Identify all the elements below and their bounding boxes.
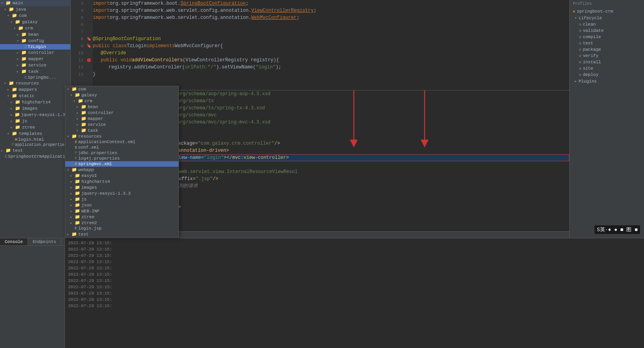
tree-item-tzlogin[interactable]: C TzLogin bbox=[0, 44, 70, 50]
tree-label: mappers bbox=[19, 87, 37, 92]
tree-item-crm[interactable]: ▾ 📁 crm bbox=[0, 25, 70, 31]
ov-log4jprops[interactable]: P log4j.properties bbox=[65, 156, 178, 161]
test-item[interactable]: ⚙ test bbox=[570, 40, 644, 46]
line-num-3: 3 bbox=[71, 0, 85, 7]
folder-icon: 📁 bbox=[21, 69, 28, 74]
tree-item-highcharts4[interactable]: ▸ 📁 highcharts4 bbox=[0, 99, 70, 105]
ov-task[interactable]: ▸ 📁 task bbox=[65, 127, 178, 133]
line-num-8: 8 bbox=[71, 35, 85, 42]
tree-item-app-properties[interactable]: P application.properties bbox=[0, 142, 70, 147]
tree-item-java[interactable]: ▾ 📁 java bbox=[0, 6, 70, 13]
tree-item-resources[interactable]: ▾ 📁 resources bbox=[0, 80, 70, 87]
folder-icon: 📁 bbox=[75, 197, 80, 202]
folder-icon: 📁 bbox=[21, 38, 28, 44]
ov-bean[interactable]: ▸ 📁 bean bbox=[65, 104, 178, 110]
tree-label: js bbox=[22, 119, 27, 123]
plugins-item[interactable]: ▸ Plugins bbox=[570, 78, 644, 85]
gear-icon: ⚙ bbox=[579, 73, 581, 77]
folder-icon: 📁 bbox=[12, 131, 18, 136]
tree-item-galaxy[interactable]: ▾ 📁 galaxy bbox=[0, 19, 70, 25]
gutter-10 bbox=[85, 50, 93, 57]
ov-resources[interactable]: ▾ 📁 resources bbox=[65, 133, 178, 139]
ov-json[interactable]: ▸ 📁 json bbox=[65, 202, 178, 208]
ov-label: jquery-easyui-1.3.3 bbox=[81, 191, 131, 196]
tree-item-templates[interactable]: ▾ 📁 templates bbox=[0, 131, 70, 137]
tree-item-controller[interactable]: ▸ 📁 controller bbox=[0, 50, 70, 56]
gear-icon: ⚙ bbox=[579, 22, 581, 27]
ov-label: login.jsp bbox=[78, 226, 101, 231]
tree-item-login-html[interactable]: H login.html bbox=[0, 137, 70, 142]
ov-ztree[interactable]: ▸ 📁 ztree bbox=[65, 214, 178, 220]
install-item[interactable]: ⚙ install bbox=[570, 59, 644, 65]
site-item[interactable]: ⚙ site bbox=[570, 65, 644, 72]
ov-label: highcharts4 bbox=[81, 179, 110, 184]
clean-item[interactable]: ⚙ clean bbox=[570, 21, 644, 28]
ov-com[interactable]: ▾ 📁 com bbox=[65, 86, 178, 92]
ov-highcharts4[interactable]: ▸ 📁 highcharts4 bbox=[65, 179, 178, 184]
left-sidebar: ▾ 📁 main ▾ 📁 java ▾ 📁 com ▾ 📁 galaxy ▾ 📁… bbox=[0, 0, 71, 238]
ov-service[interactable]: ▸ 📁 service bbox=[65, 122, 178, 127]
tree-label: login.html bbox=[18, 137, 44, 142]
tree-item-service[interactable]: ▸ 📁 service bbox=[0, 62, 70, 68]
ov-galaxy[interactable]: ▾ 📁 galaxy bbox=[65, 92, 178, 98]
folder-icon: 📁 bbox=[15, 112, 20, 118]
tree-item-jquery[interactable]: ▸ 📁 jquery-easyui-1.3.3 bbox=[0, 112, 70, 118]
folder-icon: 📁 bbox=[12, 13, 18, 18]
folder-icon: 📁 bbox=[75, 173, 80, 178]
folder-icon: 📁 bbox=[21, 63, 28, 68]
endpoints-tab[interactable]: Endpoints bbox=[28, 238, 61, 245]
code-line-6 bbox=[93, 21, 569, 28]
ov-js[interactable]: ▸ 📁 js bbox=[65, 196, 178, 202]
properties-icon: P bbox=[75, 157, 77, 161]
tree-item-mappers[interactable]: ▸ 📁 mappers bbox=[0, 87, 70, 93]
ov-mapper[interactable]: ▸ 📁 mapper bbox=[65, 116, 178, 122]
tree-item-springbo[interactable]: C Springbo... bbox=[0, 75, 70, 80]
lifecycle-item[interactable]: ▾ Lifecycle bbox=[570, 15, 644, 21]
line-num-7: 7 bbox=[71, 28, 85, 35]
gutter-13 bbox=[85, 71, 93, 78]
package-item[interactable]: ⚙ package bbox=[570, 46, 644, 53]
tree-item-test[interactable]: ▸ 📁 test bbox=[0, 147, 70, 154]
tree-label: mapper bbox=[28, 57, 44, 61]
tree-item-task[interactable]: ▸ 📁 task bbox=[0, 68, 70, 75]
ov-loginjsp[interactable]: F login.jsp bbox=[65, 226, 178, 231]
deploy-item[interactable]: ⚙ deploy bbox=[570, 72, 644, 78]
ov-jquery[interactable]: ▸ 📁 jquery-easyui-1.3.3 bbox=[65, 190, 178, 196]
tree-label: images bbox=[22, 106, 38, 111]
tree-item-ztree[interactable]: ▸ 📁 ztree bbox=[0, 124, 70, 131]
ov-easyui[interactable]: ▸ 📁 easyUI bbox=[65, 173, 178, 179]
log-line-1: 2022-07-29 13:15: bbox=[68, 240, 641, 246]
log-date: 2022-07-29 13:15: bbox=[68, 247, 112, 252]
console-tab[interactable]: Console bbox=[0, 238, 28, 245]
ov-appcontext[interactable]: X applicationContext.xml bbox=[65, 139, 178, 145]
install-label: install bbox=[583, 60, 601, 64]
chevron-down-icon: ▾ bbox=[574, 15, 577, 20]
tree-item-images[interactable]: ▸ 📁 images bbox=[0, 105, 70, 112]
verify-item[interactable]: ⚙ verify bbox=[570, 53, 644, 59]
ov-webapp[interactable]: ▾ 📁 webapp bbox=[65, 167, 178, 173]
tree-item-mapper[interactable]: ▸ 📁 mapper bbox=[0, 56, 70, 62]
validate-item[interactable]: ⚙ validate bbox=[570, 28, 644, 34]
ov-ztree2[interactable]: ▸ 📁 ztree2 bbox=[65, 220, 178, 226]
ov-confxml[interactable]: X conf.xml bbox=[65, 145, 178, 150]
ov-jdbcprops[interactable]: P jdbc.properties bbox=[65, 150, 178, 156]
ov-crm[interactable]: ▾ 📁 crm bbox=[65, 98, 178, 104]
ov-springmvc[interactable]: X springmvc.xml bbox=[65, 161, 178, 167]
line-num-12: 12 bbox=[71, 64, 85, 71]
log-line-7: 2022-07-29 13:15: bbox=[68, 278, 641, 284]
tree-item-springbootcrm[interactable]: C SpringbootCrmApplication bbox=[0, 154, 70, 159]
ov-controller[interactable]: ▸ 📁 controller bbox=[65, 110, 178, 116]
tree-item-js[interactable]: ▸ 📁 js bbox=[0, 118, 70, 124]
tree-item-bean[interactable]: ▸ 📁 bean bbox=[0, 31, 70, 38]
folder-icon: 📁 bbox=[15, 118, 21, 124]
ov-images[interactable]: ▸ 📁 images bbox=[65, 184, 178, 190]
properties-icon: P bbox=[75, 151, 77, 155]
ov-test-bottom[interactable]: ▸ 📁 test bbox=[65, 231, 178, 237]
tree-item-main[interactable]: ▾ 📁 main bbox=[0, 0, 70, 6]
tree-item-config[interactable]: ▾ 📁 config bbox=[0, 38, 70, 44]
tree-item-com[interactable]: ▾ 📁 com bbox=[0, 13, 70, 19]
springboot-crm-item[interactable]: ◆ springboot-crm bbox=[570, 8, 644, 15]
tree-item-static[interactable]: ▾ 📁 static bbox=[0, 93, 70, 99]
ov-webinf[interactable]: ▸ 📁 WEB-INF bbox=[65, 208, 178, 214]
compile-item[interactable]: ⚙ compile bbox=[570, 34, 644, 40]
